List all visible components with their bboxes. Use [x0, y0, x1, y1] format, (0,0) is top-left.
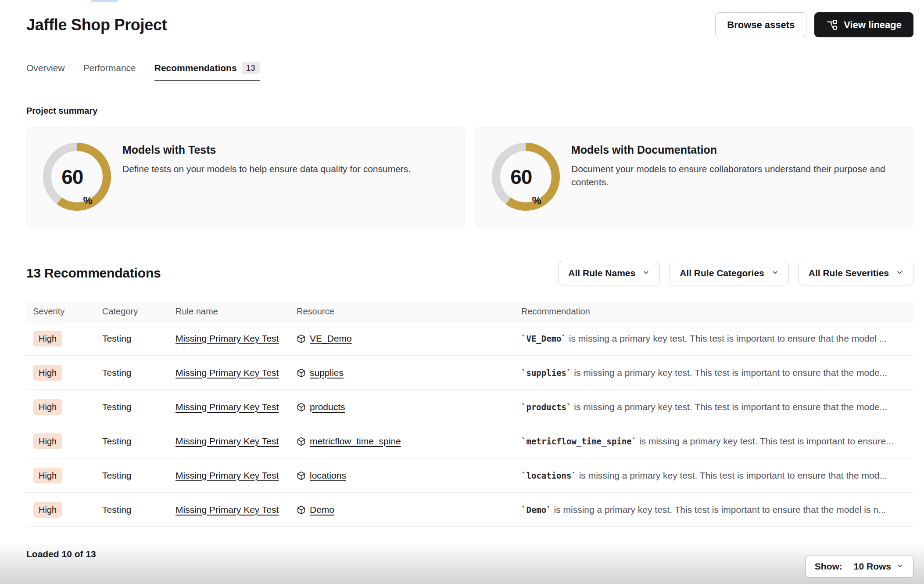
view-lineage-label: View lineage: [844, 19, 902, 31]
recommendation-cell: `supplies` is missing a primary key test…: [521, 368, 907, 378]
column-category: Category: [102, 306, 175, 317]
column-resource: Resource: [297, 306, 521, 317]
rule-name-link[interactable]: Missing Primary Key Test: [175, 470, 279, 480]
recommendation-code: `metricflow_time_spine`: [521, 436, 637, 446]
resource-cell: supplies: [297, 368, 521, 378]
resource-link[interactable]: metricflow_time_spine: [310, 436, 401, 447]
tab-recommendations[interactable]: Recommendations 13: [154, 62, 260, 81]
severity-badge: High: [33, 399, 62, 415]
tab-overview[interactable]: Overview: [26, 62, 65, 81]
loaded-count: Loaded 10 of 13: [26, 545, 96, 559]
resource-link[interactable]: products: [310, 402, 345, 412]
main-content: Jaffle Shop Project Browse assets View l…: [0, 0, 924, 578]
severity-cell: High: [33, 365, 102, 381]
resource-cell: VE_Demo: [297, 333, 521, 344]
recommendation-text: is missing a primary key test. This test…: [571, 402, 887, 412]
page-header: Jaffle Shop Project Browse assets View l…: [26, 0, 913, 37]
browse-assets-button[interactable]: Browse assets: [715, 12, 806, 37]
recommendation-code: `Demo`: [521, 505, 552, 515]
tab-bar: Overview Performance Recommendations 13: [26, 62, 913, 81]
browse-assets-label: Browse assets: [727, 19, 795, 31]
chevron-down-icon: [642, 268, 650, 278]
cube-icon: [297, 334, 306, 343]
chevron-down-icon: [896, 268, 903, 278]
page-title: Jaffle Shop Project: [26, 16, 167, 34]
view-lineage-button[interactable]: View lineage: [814, 12, 913, 37]
table-row: High Testing Missing Primary Key Test VE…: [26, 321, 913, 356]
resource-link[interactable]: supplies: [310, 368, 344, 378]
cube-icon: [297, 403, 306, 412]
chevron-down-icon: [896, 561, 904, 572]
severity-badge: High: [33, 502, 62, 518]
rule-name-link[interactable]: Missing Primary Key Test: [175, 402, 279, 412]
filter-bar: All Rule Names All Rule Categories All R…: [558, 261, 913, 285]
chevron-down-icon: [771, 268, 779, 278]
category-cell: Testing: [102, 470, 175, 481]
category-cell: Testing: [102, 402, 175, 412]
rows-per-page-label: Show:: [815, 561, 842, 572]
recommendation-code: `products`: [521, 402, 571, 412]
rule-name-cell: Missing Primary Key Test: [175, 505, 297, 515]
rule-name-link[interactable]: Missing Primary Key Test: [175, 436, 279, 446]
rule-severities-filter[interactable]: All Rule Severities: [799, 261, 913, 285]
recommendation-cell: `metricflow_time_spine` is missing a pri…: [521, 436, 907, 447]
rule-categories-filter[interactable]: All Rule Categories: [670, 261, 789, 285]
category-cell: Testing: [102, 505, 175, 515]
rule-categories-filter-label: All Rule Categories: [680, 268, 764, 278]
table-body: High Testing Missing Primary Key Test VE…: [26, 321, 913, 527]
resource-cell: products: [297, 402, 521, 412]
severity-cell: High: [33, 502, 102, 518]
recommendations-table: Severity Category Rule name Resource Rec…: [26, 302, 913, 527]
resource-link[interactable]: locations: [310, 470, 346, 481]
severity-badge: High: [33, 433, 62, 449]
docs-percent-suffix: %: [532, 195, 541, 211]
rule-severities-filter-label: All Rule Severities: [809, 268, 889, 278]
rule-names-filter-label: All Rule Names: [568, 268, 635, 278]
table-row: High Testing Missing Primary Key Test pr…: [26, 390, 913, 424]
resource-cell: Demo: [297, 505, 521, 515]
recommendation-code: `VE_Demo`: [521, 334, 566, 343]
rule-name-cell: Missing Primary Key Test: [175, 470, 297, 481]
resource-link[interactable]: VE_Demo: [310, 333, 352, 344]
header-actions: Browse assets View lineage: [715, 12, 913, 37]
recommendations-header: 13 Recommendations All Rule Names All Ru…: [26, 261, 913, 285]
rule-names-filter[interactable]: All Rule Names: [558, 261, 660, 285]
rule-name-cell: Missing Primary Key Test: [175, 402, 297, 412]
severity-badge: High: [33, 365, 62, 381]
cube-icon: [297, 471, 306, 480]
summary-cards: 60% Models with Tests Define tests on yo…: [26, 127, 913, 228]
resource-link[interactable]: Demo: [310, 505, 334, 515]
rule-name-cell: Missing Primary Key Test: [175, 333, 297, 344]
severity-badge: High: [33, 468, 62, 483]
recommendation-cell: `Demo` is missing a primary key test. Th…: [521, 505, 907, 515]
recommendation-cell: `products` is missing a primary key test…: [521, 402, 907, 412]
table-footer: Loaded 10 of 13 Show: 10 Rows: [26, 545, 913, 578]
tests-card-text: Models with Tests Define tests on your m…: [122, 144, 411, 176]
recommendation-text: is missing a primary key test. This test…: [577, 470, 887, 480]
docs-donut-value: 60%: [492, 143, 560, 211]
tab-count-badge: 13: [242, 62, 260, 74]
docs-donut-chart: 60%: [492, 143, 560, 211]
severity-cell: High: [33, 433, 102, 449]
rule-name-cell: Missing Primary Key Test: [175, 368, 297, 378]
rule-name-link[interactable]: Missing Primary Key Test: [175, 333, 279, 343]
tab-recommendations-label: Recommendations: [154, 63, 237, 73]
tests-donut-chart: 60%: [43, 143, 111, 211]
rule-name-link[interactable]: Missing Primary Key Test: [175, 505, 279, 515]
recommendation-text: is missing a primary key test. This test…: [637, 436, 893, 446]
tests-donut-value: 60%: [43, 143, 111, 211]
docs-card-title: Models with Documentation: [571, 144, 887, 156]
tab-performance[interactable]: Performance: [83, 62, 136, 81]
tests-percent-suffix: %: [83, 195, 92, 211]
models-with-tests-card: 60% Models with Tests Define tests on yo…: [26, 127, 465, 228]
rule-name-link[interactable]: Missing Primary Key Test: [175, 368, 279, 378]
recommendation-cell: `locations` is missing a primary key tes…: [521, 470, 907, 481]
tab-performance-label: Performance: [83, 63, 136, 73]
rows-per-page-button[interactable]: Show: 10 Rows: [805, 555, 913, 578]
recommendation-cell: `VE_Demo` is missing a primary key test.…: [521, 333, 907, 344]
recommendations-heading: 13 Recommendations: [26, 266, 161, 281]
rows-per-page-value: 10 Rows: [854, 561, 891, 572]
resource-cell: locations: [297, 470, 521, 481]
tests-card-title: Models with Tests: [122, 144, 411, 156]
lineage-icon: [826, 19, 838, 31]
